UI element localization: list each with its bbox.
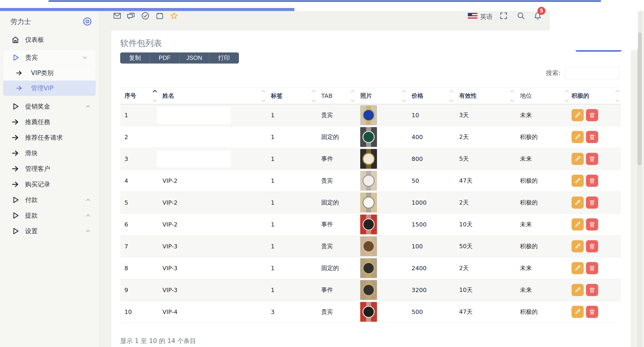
star-icon[interactable] (170, 11, 178, 20)
home-icon (11, 35, 20, 44)
sidebar-item-label: 贵宾 (25, 53, 38, 62)
cell-tab: 固定的 (317, 257, 356, 279)
sidebar-item-slider[interactable]: 滑块 (0, 145, 99, 161)
edit-button[interactable] (572, 240, 584, 252)
sidebar-item-withdrawals[interactable]: 提款 (0, 208, 99, 223)
redacted-name-box (157, 107, 231, 124)
cell-actions (570, 214, 621, 235)
edit-button[interactable] (572, 262, 584, 274)
column-header-label: TAB (321, 92, 332, 99)
column-header-label: 价格 (412, 92, 423, 100)
calendar-icon[interactable] (156, 11, 164, 20)
copy-button[interactable]: 复制 (120, 52, 150, 63)
accent-bar (0, 8, 294, 11)
sidebar-item-manage-customers[interactable]: 管理客户 (0, 161, 99, 177)
scrollbar-thumb[interactable] (638, 32, 642, 165)
delete-button[interactable] (586, 153, 598, 165)
column-header[interactable]: 价格 (408, 88, 455, 104)
json-button[interactable]: JSON (180, 52, 209, 63)
column-header[interactable]: TAB (317, 88, 356, 104)
sidebar-item-promo-bonus[interactable]: 促销奖金 (0, 99, 99, 114)
cell-tag: 1 (267, 148, 317, 170)
check-circle-icon[interactable] (141, 11, 150, 20)
fullscreen-icon[interactable] (499, 11, 508, 20)
table-body: 1 1 贵宾 10 3天 未来 2 1 固定的 (120, 104, 621, 323)
column-header[interactable]: 地位 (516, 88, 570, 104)
edit-button[interactable] (572, 109, 584, 121)
cell-validity: 47天 (455, 301, 516, 323)
product-photo (360, 236, 377, 256)
edit-button[interactable] (572, 175, 584, 187)
chevron-down-icon (82, 55, 88, 60)
cell-status: 积极的 (516, 170, 570, 192)
delete-button[interactable] (586, 175, 598, 187)
sidebar-item-vip[interactable]: 贵宾 (3, 50, 96, 65)
edit-button[interactable] (572, 197, 584, 209)
redacted-name-box (157, 150, 231, 167)
sidebar-item-vip-category[interactable]: VIP类别 (3, 65, 96, 81)
progress-line (48, 0, 601, 2)
edit-button[interactable] (572, 306, 584, 318)
delete-button[interactable] (586, 197, 598, 209)
column-header-label: 积极的 (572, 92, 589, 100)
sidebar-item-referral-task-request[interactable]: 推荐任务请求 (0, 130, 99, 145)
chevron-up-icon (85, 213, 91, 218)
sidebar-item-label: 滑块 (25, 149, 38, 158)
us-flag-icon[interactable] (468, 13, 478, 20)
print-button[interactable]: 打印 (209, 52, 239, 63)
delete-button[interactable] (586, 240, 598, 252)
sidebar-item-label: 管理VIP (31, 84, 54, 92)
column-header[interactable]: 有效性 (455, 88, 516, 104)
edit-button[interactable] (572, 153, 584, 165)
play-icon (11, 227, 20, 235)
search-input[interactable] (565, 67, 620, 79)
column-header[interactable]: 积极的 (570, 88, 621, 104)
sort-down-icon (350, 99, 355, 102)
cell-actions (570, 126, 621, 148)
cell-price: 500 (408, 301, 455, 323)
cell-validity: 50天 (455, 235, 516, 257)
sort-up-icon (510, 90, 515, 92)
sidebar-item-referral-task[interactable]: 推薦任務 (0, 114, 99, 130)
sidebar-item-purchase-records[interactable]: 购买记录 (0, 177, 99, 192)
chat-icon[interactable] (126, 11, 135, 20)
sidebar-item-settings[interactable]: 设置 (0, 223, 99, 239)
edit-button[interactable] (572, 218, 584, 231)
cell-tag: 1 (267, 235, 317, 257)
delete-button[interactable] (586, 218, 598, 231)
edit-button[interactable] (572, 284, 584, 296)
delete-button[interactable] (586, 131, 598, 143)
delete-button[interactable] (586, 306, 598, 318)
pdf-button[interactable]: PDF (150, 52, 180, 63)
column-header[interactable]: 序号 (120, 88, 158, 104)
cell-actions (570, 301, 621, 323)
target-icon[interactable] (82, 16, 92, 26)
delete-button[interactable] (586, 284, 598, 296)
cell-tab: 贵宾 (317, 235, 356, 257)
column-header[interactable]: 标签 (267, 88, 317, 104)
cell-photo (356, 214, 408, 235)
sidebar-item-label: 促销奖金 (25, 102, 50, 111)
top-strip (0, 0, 644, 8)
sidebar-item-label: VIP类别 (31, 69, 54, 77)
sort-up-icon (615, 90, 620, 92)
cell-tag: 1 (267, 192, 317, 213)
column-header[interactable]: 姓名 (158, 88, 267, 104)
edit-button[interactable] (572, 131, 584, 143)
notification-badge: 5 (538, 7, 546, 15)
column-header[interactable]: 照片 (356, 88, 408, 104)
packages-table: 序号 姓名 标签 TA (120, 87, 621, 323)
search-icon[interactable] (516, 11, 525, 20)
mail-icon[interactable] (113, 11, 122, 20)
sidebar-item-payments[interactable]: 付款 (0, 192, 99, 208)
delete-button[interactable] (586, 262, 598, 274)
user-menu-panel[interactable] (550, 9, 638, 50)
language-label[interactable]: 英语 (480, 12, 492, 21)
sidebar-item-manage-vip[interactable]: 管理VIP (3, 81, 96, 96)
cell-tab: 固定的 (317, 126, 356, 148)
sidebar-item-dashboard[interactable]: 仪表板 (0, 32, 99, 47)
column-header-label: 有效性 (459, 92, 477, 100)
delete-button[interactable] (586, 109, 598, 121)
table-row: 3 1 事件 800 5天 未来 (120, 148, 621, 170)
cell-serial: 8 (120, 257, 158, 279)
